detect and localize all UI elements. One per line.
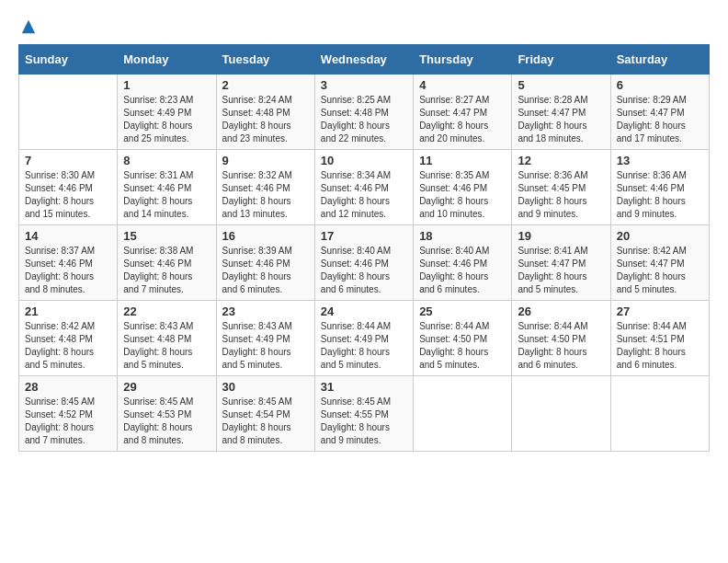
day-info: Sunrise: 8:43 AMSunset: 4:49 PMDaylight:… xyxy=(222,320,309,372)
day-info: Sunrise: 8:44 AMSunset: 4:50 PMDaylight:… xyxy=(518,320,604,372)
day-number: 28 xyxy=(25,380,111,394)
day-info: Sunrise: 8:42 AMSunset: 4:47 PMDaylight:… xyxy=(617,245,703,296)
calendar-week-row: 7Sunrise: 8:30 AMSunset: 4:46 PMDaylight… xyxy=(19,150,710,225)
header-day: Wednesday xyxy=(314,45,413,75)
day-info: Sunrise: 8:42 AMSunset: 4:48 PMDaylight:… xyxy=(25,320,111,372)
day-number: 18 xyxy=(419,229,506,243)
header-day: Saturday xyxy=(610,45,709,75)
calendar-cell: 4Sunrise: 8:27 AMSunset: 4:47 PMDaylight… xyxy=(414,75,512,150)
svg-marker-0 xyxy=(22,20,35,33)
day-info: Sunrise: 8:45 AMSunset: 4:52 PMDaylight:… xyxy=(25,396,111,447)
day-number: 23 xyxy=(222,304,309,318)
day-info: Sunrise: 8:27 AMSunset: 4:47 PMDaylight:… xyxy=(419,94,506,145)
day-number: 9 xyxy=(222,154,309,167)
day-info: Sunrise: 8:38 AMSunset: 4:46 PMDaylight:… xyxy=(123,245,210,296)
header-day: Tuesday xyxy=(216,45,314,75)
day-info: Sunrise: 8:30 AMSunset: 4:46 PMDaylight:… xyxy=(25,169,111,221)
day-number: 2 xyxy=(222,78,309,92)
day-number: 4 xyxy=(419,78,506,92)
day-number: 16 xyxy=(222,229,309,243)
calendar-cell: 15Sunrise: 8:38 AMSunset: 4:46 PMDayligh… xyxy=(118,225,216,301)
calendar-cell: 25Sunrise: 8:44 AMSunset: 4:50 PMDayligh… xyxy=(414,301,512,376)
day-info: Sunrise: 8:45 AMSunset: 4:53 PMDaylight:… xyxy=(123,396,210,447)
calendar-cell xyxy=(512,376,610,452)
calendar-cell xyxy=(414,376,512,452)
day-info: Sunrise: 8:36 AMSunset: 4:46 PMDaylight:… xyxy=(617,169,703,221)
header-day: Sunday xyxy=(19,45,118,75)
day-number: 24 xyxy=(321,304,407,318)
calendar-cell: 8Sunrise: 8:31 AMSunset: 4:46 PMDaylight… xyxy=(118,150,216,225)
header-row: SundayMondayTuesdayWednesdayThursdayFrid… xyxy=(19,45,710,75)
calendar-cell: 16Sunrise: 8:39 AMSunset: 4:46 PMDayligh… xyxy=(216,225,314,301)
calendar-cell: 23Sunrise: 8:43 AMSunset: 4:49 PMDayligh… xyxy=(216,301,314,376)
calendar-cell: 17Sunrise: 8:40 AMSunset: 4:46 PMDayligh… xyxy=(314,225,413,301)
calendar-cell: 31Sunrise: 8:45 AMSunset: 4:55 PMDayligh… xyxy=(314,376,413,452)
day-number: 6 xyxy=(617,78,703,92)
day-number: 31 xyxy=(321,380,407,394)
calendar-week-row: 14Sunrise: 8:37 AMSunset: 4:46 PMDayligh… xyxy=(19,225,710,301)
day-number: 27 xyxy=(617,304,703,318)
calendar-cell: 10Sunrise: 8:34 AMSunset: 4:46 PMDayligh… xyxy=(314,150,413,225)
day-number: 30 xyxy=(222,380,309,394)
day-number: 21 xyxy=(25,304,111,318)
day-number: 22 xyxy=(123,304,210,318)
day-info: Sunrise: 8:24 AMSunset: 4:48 PMDaylight:… xyxy=(222,94,309,145)
calendar-cell: 13Sunrise: 8:36 AMSunset: 4:46 PMDayligh… xyxy=(610,150,709,225)
day-info: Sunrise: 8:43 AMSunset: 4:48 PMDaylight:… xyxy=(123,320,210,372)
day-info: Sunrise: 8:36 AMSunset: 4:45 PMDaylight:… xyxy=(518,169,604,221)
calendar-cell: 20Sunrise: 8:42 AMSunset: 4:47 PMDayligh… xyxy=(610,225,709,301)
calendar-cell: 3Sunrise: 8:25 AMSunset: 4:48 PMDaylight… xyxy=(314,75,413,150)
calendar-cell: 1Sunrise: 8:23 AMSunset: 4:49 PMDaylight… xyxy=(118,75,216,150)
day-number: 11 xyxy=(419,154,506,167)
day-number: 26 xyxy=(518,304,604,318)
day-info: Sunrise: 8:25 AMSunset: 4:48 PMDaylight:… xyxy=(321,94,407,145)
logo xyxy=(18,18,37,35)
page-header xyxy=(18,18,710,35)
day-number: 12 xyxy=(518,154,604,167)
calendar-cell: 27Sunrise: 8:44 AMSunset: 4:51 PMDayligh… xyxy=(610,301,709,376)
calendar-cell: 9Sunrise: 8:32 AMSunset: 4:46 PMDaylight… xyxy=(216,150,314,225)
calendar-cell: 11Sunrise: 8:35 AMSunset: 4:46 PMDayligh… xyxy=(414,150,512,225)
calendar-table: SundayMondayTuesdayWednesdayThursdayFrid… xyxy=(18,44,710,452)
day-number: 15 xyxy=(123,229,210,243)
day-number: 3 xyxy=(321,78,407,92)
day-info: Sunrise: 8:41 AMSunset: 4:47 PMDaylight:… xyxy=(518,245,604,296)
calendar-cell: 12Sunrise: 8:36 AMSunset: 4:45 PMDayligh… xyxy=(512,150,610,225)
day-info: Sunrise: 8:35 AMSunset: 4:46 PMDaylight:… xyxy=(419,169,506,221)
day-number: 19 xyxy=(518,229,604,243)
day-info: Sunrise: 8:34 AMSunset: 4:46 PMDaylight:… xyxy=(321,169,407,221)
day-number: 25 xyxy=(419,304,506,318)
calendar-week-row: 28Sunrise: 8:45 AMSunset: 4:52 PMDayligh… xyxy=(19,376,710,452)
day-number: 10 xyxy=(321,154,407,167)
day-info: Sunrise: 8:29 AMSunset: 4:47 PMDaylight:… xyxy=(617,94,703,145)
calendar-week-row: 21Sunrise: 8:42 AMSunset: 4:48 PMDayligh… xyxy=(19,301,710,376)
day-info: Sunrise: 8:45 AMSunset: 4:55 PMDaylight:… xyxy=(321,396,407,447)
day-info: Sunrise: 8:45 AMSunset: 4:54 PMDaylight:… xyxy=(222,396,309,447)
day-number: 1 xyxy=(123,78,210,92)
day-info: Sunrise: 8:44 AMSunset: 4:51 PMDaylight:… xyxy=(617,320,703,372)
calendar-cell: 28Sunrise: 8:45 AMSunset: 4:52 PMDayligh… xyxy=(19,376,118,452)
day-info: Sunrise: 8:23 AMSunset: 4:49 PMDaylight:… xyxy=(123,94,210,145)
header-day: Thursday xyxy=(414,45,512,75)
day-info: Sunrise: 8:40 AMSunset: 4:46 PMDaylight:… xyxy=(321,245,407,296)
calendar-cell: 29Sunrise: 8:45 AMSunset: 4:53 PMDayligh… xyxy=(118,376,216,452)
calendar-cell xyxy=(19,75,118,150)
calendar-cell: 24Sunrise: 8:44 AMSunset: 4:49 PMDayligh… xyxy=(314,301,413,376)
calendar-cell: 21Sunrise: 8:42 AMSunset: 4:48 PMDayligh… xyxy=(19,301,118,376)
day-info: Sunrise: 8:39 AMSunset: 4:46 PMDaylight:… xyxy=(222,245,309,296)
header-day: Friday xyxy=(512,45,610,75)
calendar-cell: 30Sunrise: 8:45 AMSunset: 4:54 PMDayligh… xyxy=(216,376,314,452)
calendar-cell: 7Sunrise: 8:30 AMSunset: 4:46 PMDaylight… xyxy=(19,150,118,225)
calendar-cell: 22Sunrise: 8:43 AMSunset: 4:48 PMDayligh… xyxy=(118,301,216,376)
calendar-cell: 18Sunrise: 8:40 AMSunset: 4:46 PMDayligh… xyxy=(414,225,512,301)
day-number: 8 xyxy=(123,154,210,167)
calendar-cell: 19Sunrise: 8:41 AMSunset: 4:47 PMDayligh… xyxy=(512,225,610,301)
day-number: 14 xyxy=(25,229,111,243)
calendar-header: SundayMondayTuesdayWednesdayThursdayFrid… xyxy=(19,45,710,75)
header-day: Monday xyxy=(118,45,216,75)
day-number: 17 xyxy=(321,229,407,243)
calendar-cell: 26Sunrise: 8:44 AMSunset: 4:50 PMDayligh… xyxy=(512,301,610,376)
calendar-cell: 5Sunrise: 8:28 AMSunset: 4:47 PMDaylight… xyxy=(512,75,610,150)
calendar-body: 1Sunrise: 8:23 AMSunset: 4:49 PMDaylight… xyxy=(19,75,710,452)
calendar-cell: 2Sunrise: 8:24 AMSunset: 4:48 PMDaylight… xyxy=(216,75,314,150)
